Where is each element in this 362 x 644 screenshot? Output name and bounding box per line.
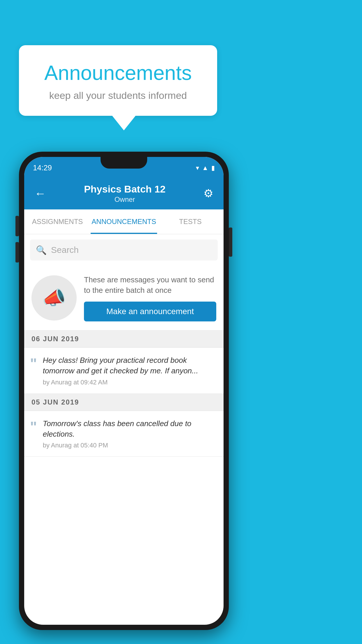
- message-text-1: Hey class! Bring your practical record b…: [43, 355, 218, 376]
- phone-frame: 14:29 ▾ ▲ ▮ ← Physics Batch 12 Owner ⚙: [19, 152, 229, 630]
- megaphone-icon: 📣: [42, 287, 66, 309]
- app-bar-subtitle: Owner: [49, 195, 201, 204]
- tab-assignments[interactable]: ASSIGNMENTS: [24, 209, 91, 234]
- announcement-icon-circle: 📣: [31, 275, 77, 321]
- quote-icon-1: ": [30, 356, 37, 371]
- speech-bubble-subtitle: keep all your students informed: [36, 90, 200, 101]
- cta-right: These are messages you want to send to t…: [84, 274, 216, 321]
- message-text-2: Tomorrow's class has been cancelled due …: [43, 418, 218, 440]
- battery-icon: ▮: [211, 164, 215, 172]
- message-meta-1: by Anurag at 09:42 AM: [43, 379, 218, 386]
- speech-bubble: Announcements keep all your students inf…: [19, 45, 217, 116]
- search-icon: 🔍: [36, 245, 47, 255]
- phone-notch: [101, 157, 147, 169]
- settings-icon[interactable]: ⚙: [201, 184, 216, 203]
- phone-container: 14:29 ▾ ▲ ▮ ← Physics Batch 12 Owner ⚙: [19, 152, 229, 630]
- search-container: 🔍 Search: [24, 234, 224, 266]
- message-item-1[interactable]: " Hey class! Bring your practical record…: [24, 348, 224, 394]
- search-bar[interactable]: 🔍 Search: [30, 239, 218, 260]
- quote-icon-2: ": [30, 420, 37, 434]
- speech-bubble-title: Announcements: [36, 61, 200, 85]
- message-item-2[interactable]: " Tomorrow's class has been cancelled du…: [24, 411, 224, 457]
- speech-bubble-container: Announcements keep all your students inf…: [19, 45, 217, 130]
- tab-tests[interactable]: TESTS: [157, 209, 224, 234]
- cta-description: These are messages you want to send to t…: [84, 274, 216, 296]
- make-announcement-button[interactable]: Make an announcement: [84, 302, 216, 321]
- back-button[interactable]: ←: [31, 184, 49, 203]
- tab-bar: ASSIGNMENTS ANNOUNCEMENTS TESTS: [24, 209, 224, 234]
- status-icons: ▾ ▲ ▮: [196, 163, 215, 172]
- signal-icon: ▲: [202, 164, 208, 172]
- speech-bubble-tail: [112, 116, 136, 130]
- app-bar-title-container: Physics Batch 12 Owner: [49, 183, 201, 204]
- date-separator-1: 06 JUN 2019: [24, 330, 224, 348]
- message-content-1: Hey class! Bring your practical record b…: [43, 355, 218, 386]
- date-separator-2: 05 JUN 2019: [24, 394, 224, 411]
- message-meta-2: by Anurag at 05:40 PM: [43, 442, 218, 449]
- status-time: 14:29: [33, 162, 52, 172]
- app-bar: ← Physics Batch 12 Owner ⚙: [24, 177, 224, 209]
- cta-section: 📣 These are messages you want to send to…: [24, 266, 224, 330]
- phone-screen: 14:29 ▾ ▲ ▮ ← Physics Batch 12 Owner ⚙: [24, 157, 224, 625]
- message-content-2: Tomorrow's class has been cancelled due …: [43, 418, 218, 449]
- volume-up-button[interactable]: [15, 216, 19, 236]
- wifi-icon: ▾: [196, 164, 199, 172]
- tab-announcements[interactable]: ANNOUNCEMENTS: [91, 209, 157, 234]
- power-button[interactable]: [229, 228, 232, 257]
- search-placeholder: Search: [51, 245, 79, 255]
- app-bar-title: Physics Batch 12: [49, 183, 201, 195]
- volume-down-button[interactable]: [15, 242, 19, 262]
